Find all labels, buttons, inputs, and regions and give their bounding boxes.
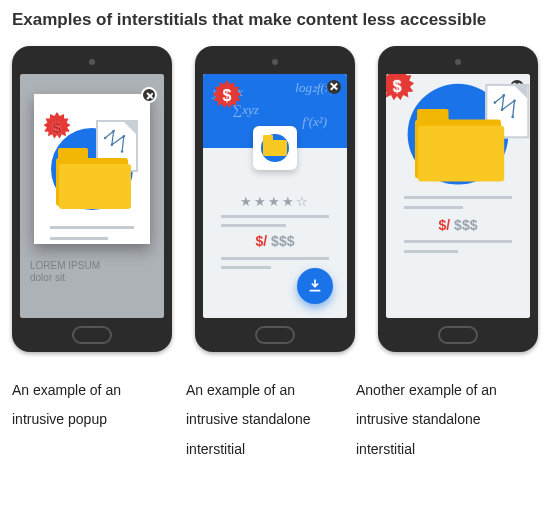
- standalone-interstitial: $ $/ $$$: [386, 74, 530, 318]
- download-icon: [307, 278, 323, 294]
- price-text: $/ $$$: [203, 233, 347, 249]
- price-badge-icon: $: [211, 80, 243, 112]
- app-card-icon: [253, 126, 297, 170]
- heading: Examples of interstitials that make cont…: [12, 10, 538, 30]
- svg-point-4: [121, 150, 124, 153]
- caption-1: An example of an intrusive popup: [12, 376, 172, 464]
- phone-camera: [272, 59, 278, 65]
- phone-screen: y=mx ∑xyz log₂f(x) f'(x²) $ ★★★★☆ $/ $$$: [203, 74, 347, 318]
- close-icon[interactable]: [141, 87, 157, 103]
- svg-point-1: [112, 130, 115, 133]
- svg-point-7: [501, 108, 504, 111]
- phone-home-button: [72, 326, 112, 344]
- phone-standalone-2: $ $/ $$$: [378, 46, 538, 352]
- svg-point-8: [513, 99, 516, 102]
- intrusive-popup: $: [34, 94, 150, 244]
- close-icon[interactable]: [327, 80, 341, 94]
- price-badge-icon: $: [42, 112, 72, 142]
- caption-3: Another example of an intrusive standalo…: [356, 376, 532, 464]
- phones-row: LOREM IPSUMdolor sit $: [12, 46, 538, 352]
- phone-camera: [89, 59, 95, 65]
- caption-2: An example of an intrusive standalone in…: [186, 376, 346, 464]
- captions-row: An example of an intrusive popup An exam…: [12, 376, 538, 464]
- phone-standalone-1: y=mx ∑xyz log₂f(x) f'(x²) $ ★★★★☆ $/ $$$: [195, 46, 355, 352]
- price-text: $/ $$$: [386, 217, 530, 233]
- svg-point-3: [123, 135, 126, 138]
- price-badge-icon: $: [386, 74, 416, 105]
- svg-point-9: [511, 116, 514, 119]
- standalone-interstitial: y=mx ∑xyz log₂f(x) f'(x²) $ ★★★★☆ $/ $$$: [203, 74, 347, 318]
- phone-home-button: [255, 326, 295, 344]
- phone-popup-example: LOREM IPSUMdolor sit $: [12, 46, 172, 352]
- phone-camera: [455, 59, 461, 65]
- popup-illustration: $: [44, 110, 140, 218]
- star-rating: ★★★★☆: [203, 194, 347, 209]
- folder-icon: [415, 120, 501, 179]
- phone-screen: LOREM IPSUMdolor sit $: [20, 74, 164, 318]
- svg-point-6: [502, 94, 505, 97]
- svg-point-2: [111, 143, 114, 146]
- interstitial-illustration: $: [386, 74, 530, 187]
- phone-home-button: [438, 326, 478, 344]
- svg-point-5: [494, 101, 497, 104]
- download-button[interactable]: [297, 268, 333, 304]
- folder-icon: [56, 158, 128, 206]
- phone-screen: $ $/ $$$: [386, 74, 530, 318]
- svg-point-0: [104, 137, 107, 140]
